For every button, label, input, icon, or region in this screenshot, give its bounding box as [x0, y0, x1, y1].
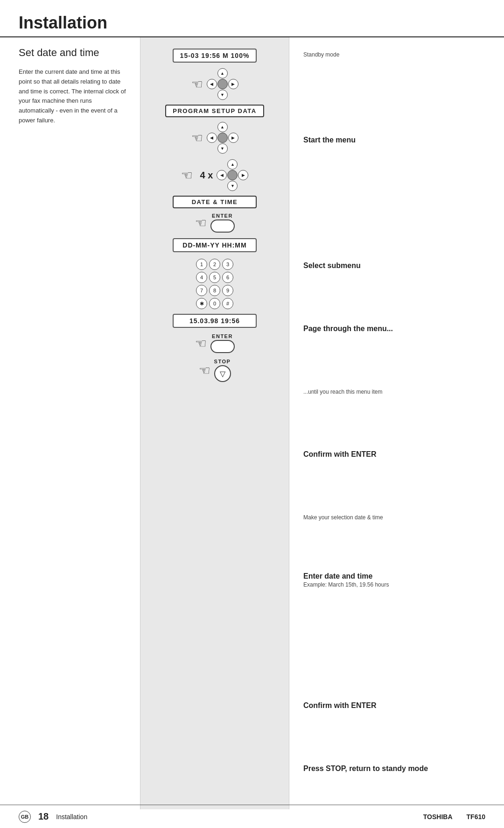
page-title: Installation: [0, 0, 504, 37]
stop-label: STOP: [214, 359, 231, 364]
dpad-left[interactable]: ◀: [207, 79, 217, 89]
hand-icon-5: ☞: [195, 336, 207, 351]
diagram-area: 15-03 19:56 M 100% ☞ ▲ ◀ ▶ ▼ PROGRAM SET…: [140, 37, 289, 809]
label-confirm-enter-2: Confirm with ENTER: [303, 701, 495, 710]
label-press-stop: Press STOP, return to standy mode: [303, 764, 495, 773]
footer-model: TF610: [467, 813, 485, 821]
dpad-3: ▲ ◀ ▶ ▼: [217, 159, 248, 191]
stop-button[interactable]: ▽: [214, 365, 231, 382]
numpad: 1 2 3 4 5 6 7 8 9 ✱ 0 #: [196, 259, 233, 309]
num-5[interactable]: 5: [209, 272, 220, 283]
num-7[interactable]: 7: [196, 285, 207, 296]
dpad3-right[interactable]: ▶: [238, 170, 248, 180]
num-4[interactable]: 4: [196, 272, 207, 283]
label-enter-date-sub: Example: March 15th, 19.56 hours: [303, 581, 495, 588]
dpad3-down[interactable]: ▼: [227, 181, 238, 191]
screen-standby: 15-03 19:56 M 100%: [173, 49, 257, 63]
page-number: 18: [38, 811, 49, 822]
label-enter-date: Enter date and time: [303, 572, 495, 580]
enter-button-1[interactable]: [210, 219, 235, 233]
dpad3-center[interactable]: [227, 170, 238, 180]
gb-badge: GB: [19, 811, 31, 823]
dpad2-right[interactable]: ▶: [228, 133, 238, 143]
num-3[interactable]: 3: [222, 259, 233, 270]
label-confirm-enter-1: Confirm with ENTER: [303, 450, 495, 459]
num-9[interactable]: 9: [222, 285, 233, 296]
label-page-through: Page through the menu...: [303, 325, 495, 333]
label-start-menu: Start the menu: [303, 136, 495, 144]
multiplier-4x: 4 x: [200, 170, 213, 181]
screen-dd-mm-yy: DD-MM-YY HH:MM: [173, 238, 257, 252]
dpad-center[interactable]: [217, 79, 228, 89]
dpad-right[interactable]: ▶: [228, 79, 238, 89]
screen-program-setup: PROGRAM SETUP DATA: [165, 105, 264, 117]
hand-icon-6: ☞: [199, 363, 210, 378]
dpad-2: ▲ ◀ ▶ ▼: [207, 122, 238, 154]
page-footer: GB 18 Installation TOSHIBA TF610: [0, 805, 504, 828]
hand-icon-2: ☞: [191, 130, 203, 146]
screen-date-time: DATE & TIME: [173, 196, 257, 208]
footer-brand: TOSHIBA: [423, 813, 453, 821]
step-start-menu: ☞ ▲ ◀ ▶ ▼: [150, 68, 280, 100]
step-confirm-enter-1: ☞ ENTER: [150, 213, 280, 233]
step-stop: ☞ STOP ▽: [150, 359, 280, 382]
screen-date-filled: 15.03.98 19:56: [173, 314, 257, 328]
num-8[interactable]: 8: [209, 285, 220, 296]
num-1[interactable]: 1: [196, 259, 207, 270]
dpad2-left[interactable]: ◀: [207, 133, 217, 143]
num-6[interactable]: 6: [222, 272, 233, 283]
dpad-down[interactable]: ▼: [217, 90, 228, 100]
label-select-submenu: Select submenu: [303, 262, 495, 270]
label-make-selection: Make your selection date & time: [303, 514, 495, 521]
num-star[interactable]: ✱: [196, 298, 207, 309]
step-select-submenu: ☞ ▲ ◀ ▶ ▼: [150, 122, 280, 154]
hand-icon-4: ☞: [195, 215, 207, 231]
hand-icon-3: ☞: [181, 168, 193, 183]
num-0[interactable]: 0: [209, 298, 220, 309]
dpad-1: ▲ ◀ ▶ ▼: [207, 68, 238, 100]
dpad2-down[interactable]: ▼: [217, 143, 228, 154]
num-2[interactable]: 2: [209, 259, 220, 270]
dpad3-up[interactable]: ▲: [227, 159, 238, 170]
hand-icon-1: ☞: [191, 77, 203, 92]
label-until-menu: ...until you reach this menu item: [303, 389, 495, 395]
description-text: Enter the current date and time at this …: [19, 67, 126, 126]
enter-label-2: ENTER: [212, 333, 233, 339]
enter-label-1: ENTER: [212, 213, 233, 219]
dpad2-center[interactable]: [217, 133, 228, 143]
footer-section: Installation: [56, 813, 87, 821]
label-standby: Standby mode: [303, 51, 495, 58]
num-hash[interactable]: #: [222, 298, 233, 309]
section-title: Set date and time: [19, 47, 126, 59]
dpad-up[interactable]: ▲: [217, 68, 228, 78]
dpad3-left[interactable]: ◀: [217, 170, 227, 180]
enter-button-2[interactable]: [210, 340, 235, 353]
dpad2-up[interactable]: ▲: [217, 122, 228, 132]
right-labels: Standby mode Start the menu Select subme…: [289, 37, 504, 809]
step-page-through: ☞ 4 x ▲ ◀ ▶ ▼: [150, 159, 280, 191]
step-confirm-enter-2: ☞ ENTER: [150, 333, 280, 353]
